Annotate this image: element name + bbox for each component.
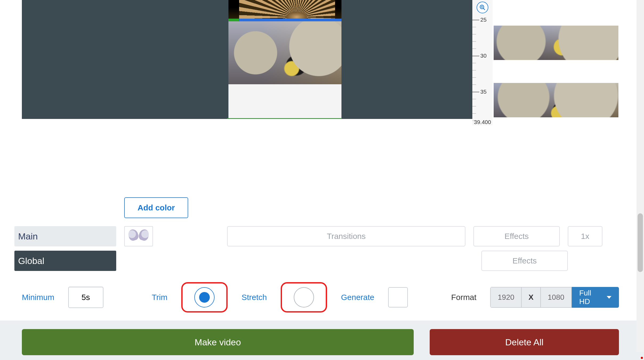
chevron-down-icon <box>607 296 611 299</box>
effects-box[interactable]: Effects <box>481 251 568 271</box>
clip-thumbnail-bottom <box>228 84 341 119</box>
timeline-bar[interactable] <box>228 19 341 21</box>
format-group: 1920 X 1080 Full HD <box>490 287 619 308</box>
speed-box[interactable]: 1x <box>568 226 602 246</box>
make-video-button[interactable]: Make video <box>22 329 414 355</box>
generate-checkbox[interactable] <box>388 287 408 307</box>
track-global-label[interactable]: Global <box>14 251 116 271</box>
minimum-label: Minimum <box>22 293 54 302</box>
ruler-tick-label: 39.400 <box>474 119 491 125</box>
format-height-input[interactable]: 1080 <box>540 287 572 308</box>
transitions-box[interactable]: Transitions <box>227 226 465 246</box>
format-label: Format <box>451 293 476 302</box>
add-color-button[interactable]: Add color <box>124 197 188 218</box>
effects-box[interactable]: Effects <box>473 226 560 246</box>
ruler-tick-label: 25 <box>480 17 486 23</box>
scrollbar[interactable] <box>637 0 644 352</box>
stretch-label: Stretch <box>241 293 267 302</box>
ruler-tick-label: 35 <box>480 89 486 95</box>
time-ruler: 25 30 35 39.400 <box>472 0 493 125</box>
minimum-input[interactable] <box>68 287 103 308</box>
format-x: X <box>522 287 540 308</box>
clip-slot[interactable] <box>124 226 153 246</box>
format-width-input[interactable]: 1920 <box>490 287 522 308</box>
generate-label: Generate <box>341 293 374 302</box>
trim-label: Trim <box>152 293 167 302</box>
preview-canvas[interactable] <box>22 0 472 119</box>
zoom-in-icon[interactable] <box>477 2 488 13</box>
butterfly-icon <box>128 228 149 244</box>
svg-line-1 <box>483 8 485 10</box>
scrollbar-thumb[interactable] <box>638 213 643 272</box>
trim-highlight <box>181 282 228 313</box>
recording-indicator-icon <box>641 357 643 359</box>
clip-thumbnail-middle <box>228 21 341 84</box>
frame-thumbnail[interactable] <box>494 83 618 117</box>
ruler-tick-label: 30 <box>480 53 486 59</box>
frame-thumbnail[interactable] <box>494 26 618 60</box>
track-main-label[interactable]: Main <box>14 226 116 246</box>
stretch-radio[interactable] <box>294 287 314 307</box>
format-preset-label: Full HD <box>579 289 603 306</box>
clip-thumbnail-top <box>228 0 341 19</box>
trim-radio[interactable] <box>194 287 215 307</box>
stretch-highlight <box>281 282 327 313</box>
format-preset-dropdown[interactable]: Full HD <box>572 287 619 308</box>
delete-all-button[interactable]: Delete All <box>430 329 619 355</box>
